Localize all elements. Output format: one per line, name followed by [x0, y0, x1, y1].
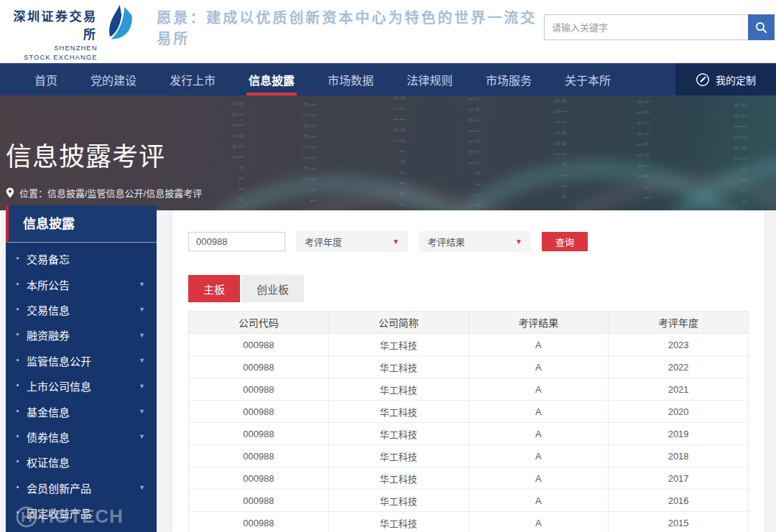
- table-cell: 华工科技: [328, 356, 468, 378]
- results-table: 公司代码公司简称考评结果考评年度 000988华工科技A2023000988华工…: [188, 311, 749, 532]
- site-search: [544, 14, 775, 40]
- table-cell: 000988: [189, 490, 329, 512]
- site-header: 深圳证券交易所 SHENZHEN STOCK EXCHANGE 愿景：建成以优质…: [0, 0, 776, 63]
- logo-name-en2: STOCK EXCHANGE: [6, 53, 98, 61]
- sidebar-item-label: 交易信息: [27, 302, 70, 317]
- table-cell: A: [468, 467, 609, 490]
- search-input[interactable]: [544, 14, 748, 40]
- sidebar-item-label: 交易备忘: [27, 251, 70, 266]
- breadcrumb-text: 位置：信息披露/监管信息公开/信息披露考评: [19, 186, 202, 200]
- chevron-down-icon: ▼: [139, 408, 145, 415]
- sidebar-item-6[interactable]: 基金信息▼: [6, 398, 157, 424]
- table-cell: 华工科技: [328, 423, 468, 445]
- nav-item-3[interactable]: 信息披露: [232, 63, 311, 95]
- sidebar-item-8[interactable]: 权证信息: [6, 449, 157, 475]
- sidebar-item-5[interactable]: 上市公司信息▼: [6, 373, 157, 398]
- table-row: 000988华工科技A2016: [189, 490, 749, 512]
- location-pin-icon: [6, 187, 14, 198]
- table-row: 000988华工科技A2023: [189, 334, 749, 356]
- logo-text: 深圳证券交易所 SHENZHEN STOCK EXCHANGE: [6, 6, 98, 61]
- hero-banner: 1 0 1 1 0 0 1 0 1 1 0 1 0 0 1 1 0 11 0 1…: [0, 95, 776, 210]
- table-cell: 000988: [189, 512, 329, 532]
- board-tabs: 主板创业板: [188, 275, 749, 302]
- sidebar-item-7[interactable]: 债券信息▼: [6, 424, 157, 449]
- nav-items: 首页党的建设发行上市信息披露市场数据法律规则市场服务关于本所: [0, 63, 627, 95]
- table-cell: 000988: [189, 334, 329, 356]
- szse-logo-icon: [103, 4, 139, 50]
- table-cell: 华工科技: [328, 445, 468, 467]
- table-cell: A: [468, 423, 609, 445]
- year-select[interactable]: 考评年度 ▼: [296, 231, 408, 252]
- table-cell: A: [468, 512, 609, 532]
- tab-1[interactable]: 创业板: [241, 275, 304, 302]
- table-cell: 2015: [609, 512, 749, 532]
- search-icon: [755, 22, 767, 34]
- nav-item-1[interactable]: 党的建设: [74, 63, 153, 95]
- table-cell: 2021: [609, 378, 749, 401]
- tab-0[interactable]: 主板: [188, 275, 240, 302]
- caret-down-icon: ▼: [392, 238, 399, 246]
- table-head: 公司代码公司简称考评结果考评年度: [189, 312, 749, 334]
- sidebar-items: 交易备忘本所公告▼交易信息▼融资融券▼监管信息公开▼上市公司信息▼基金信息▼债券…: [6, 243, 157, 526]
- nav-item-0[interactable]: 首页: [18, 63, 74, 95]
- sidebar-item-3[interactable]: 融资融券▼: [6, 322, 157, 347]
- szse-logo[interactable]: 深圳证券交易所 SHENZHEN STOCK EXCHANGE: [6, 2, 138, 61]
- table-cell: 000988: [189, 378, 329, 401]
- sidebar-item-4[interactable]: 监管信息公开▼: [6, 348, 157, 373]
- table-cell: 2020: [609, 401, 749, 423]
- column-header: 公司简称: [328, 312, 468, 334]
- sidebar-item-9[interactable]: 会员创新产品▼: [6, 475, 157, 500]
- table-header-row: 公司代码公司简称考评结果考评年度: [189, 312, 749, 334]
- sidebar-item-label: 会员创新产品: [27, 480, 91, 495]
- hgtech-logo-icon: [16, 506, 37, 528]
- my-custom-label: 我的定制: [716, 73, 756, 87]
- chevron-down-icon: ▼: [139, 332, 145, 339]
- table-row: 000988华工科技A2017: [189, 467, 749, 490]
- chevron-down-icon: ▼: [139, 306, 145, 313]
- chevron-down-icon: ▼: [139, 281, 145, 288]
- page-title: 信息披露考评: [0, 95, 776, 173]
- year-select-label: 考评年度: [305, 235, 342, 248]
- customize-icon: [696, 73, 710, 87]
- column-header: 公司代码: [189, 312, 329, 334]
- table-cell: 华工科技: [328, 378, 468, 401]
- stock-code-input[interactable]: [188, 232, 285, 251]
- table-cell: A: [468, 334, 609, 356]
- query-button[interactable]: 查询: [542, 232, 588, 251]
- sidebar-item-2[interactable]: 交易信息▼: [6, 297, 157, 322]
- table-row: 000988华工科技A2021: [189, 378, 749, 401]
- column-header: 考评结果: [468, 312, 609, 334]
- result-select[interactable]: 考评结果 ▼: [419, 231, 531, 252]
- vision-slogan: 愿景：建成以优质创新资本中心为特色的世界一流交易所: [157, 6, 544, 48]
- chevron-down-icon: ▼: [139, 383, 145, 390]
- table-cell: 2019: [609, 423, 749, 445]
- table-cell: 2023: [609, 334, 749, 356]
- table-cell: 000988: [189, 356, 329, 378]
- caret-down-icon: ▼: [515, 238, 522, 246]
- table-cell: 华工科技: [328, 401, 468, 423]
- table-row: 000988华工科技A2022: [189, 356, 749, 378]
- my-custom-button[interactable]: 我的定制: [675, 63, 776, 95]
- filter-bar: 考评年度 ▼ 考评结果 ▼ 查询: [188, 231, 749, 252]
- nav-item-7[interactable]: 关于本所: [548, 63, 627, 95]
- chevron-down-icon: ▼: [139, 433, 145, 440]
- breadcrumb[interactable]: 位置：信息披露/监管信息公开/信息披露考评: [6, 186, 776, 200]
- table-cell: 000988: [189, 467, 329, 490]
- table-cell: A: [468, 445, 609, 467]
- table-cell: 华工科技: [328, 490, 468, 512]
- nav-item-2[interactable]: 发行上市: [153, 63, 232, 95]
- main-panel: 考评年度 ▼ 考评结果 ▼ 查询 主板创业板 公司代码公司简称考评结果考评年度 …: [172, 210, 765, 532]
- search-button[interactable]: [748, 14, 775, 40]
- table-body: 000988华工科技A2023000988华工科技A2022000988华工科技…: [189, 334, 749, 532]
- table-row: 000988华工科技A2018: [189, 445, 749, 467]
- table-cell: 000988: [189, 445, 329, 467]
- sidebar-item-0[interactable]: 交易备忘: [6, 246, 157, 271]
- nav-item-5[interactable]: 法律规则: [390, 63, 469, 95]
- sidebar-item-1[interactable]: 本所公告▼: [6, 271, 157, 297]
- table-cell: 2022: [609, 356, 749, 378]
- nav-item-6[interactable]: 市场服务: [469, 63, 548, 95]
- sidebar-item-label: 上市公司信息: [27, 378, 91, 393]
- table-cell: A: [468, 356, 609, 378]
- table-cell: 2018: [609, 445, 749, 467]
- nav-item-4[interactable]: 市场数据: [311, 63, 390, 95]
